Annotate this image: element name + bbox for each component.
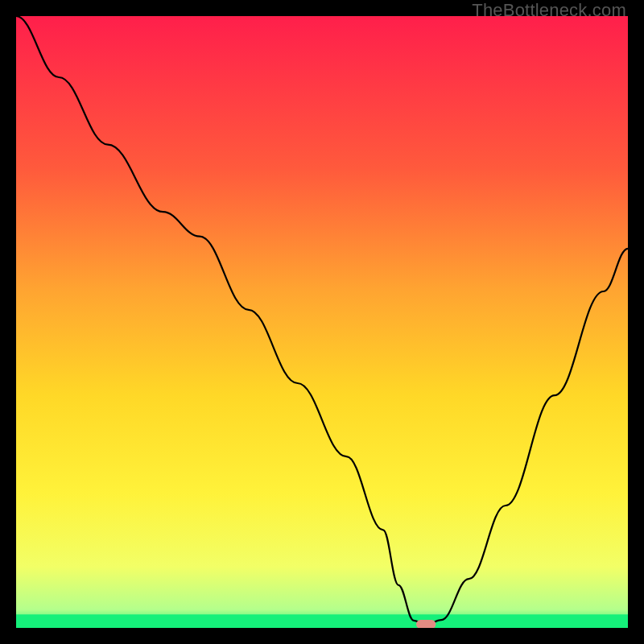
optimal-marker xyxy=(416,620,436,628)
chart-frame: TheBottleneck.com xyxy=(0,0,644,644)
gradient-background xyxy=(16,16,628,628)
watermark-text: TheBottleneck.com xyxy=(472,0,626,21)
optimal-band xyxy=(16,614,628,628)
plot-area xyxy=(16,16,628,628)
